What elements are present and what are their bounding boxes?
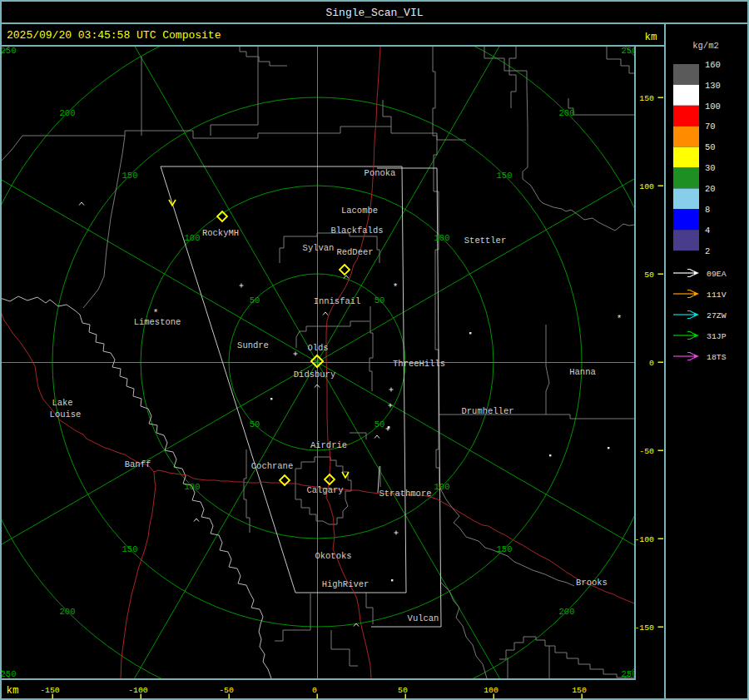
svg-text:150: 150 xyxy=(639,94,654,103)
svg-text:50: 50 xyxy=(644,271,654,280)
svg-text:09EA: 09EA xyxy=(707,270,727,279)
svg-text:Lacombe: Lacombe xyxy=(341,206,378,216)
svg-text:HighRiver: HighRiver xyxy=(322,579,370,589)
svg-text:100: 100 xyxy=(434,482,450,492)
svg-text:Innisfail: Innisfail xyxy=(314,296,361,306)
svg-text:*: * xyxy=(617,314,623,324)
svg-text:4: 4 xyxy=(705,226,710,236)
svg-text:km: km xyxy=(6,685,18,697)
svg-text:200: 200 xyxy=(60,108,76,118)
svg-text:50: 50 xyxy=(398,686,408,695)
svg-text:100: 100 xyxy=(484,686,499,695)
svg-text:Single_Scan_VIL: Single_Scan_VIL xyxy=(325,7,423,19)
svg-text:150: 150 xyxy=(122,171,138,181)
svg-text:Lake: Lake xyxy=(52,398,72,408)
svg-text:8: 8 xyxy=(705,205,710,215)
svg-text:2: 2 xyxy=(705,246,710,256)
svg-text:150: 150 xyxy=(122,544,138,554)
svg-text:*: * xyxy=(393,282,399,292)
svg-text:-50: -50 xyxy=(639,447,654,456)
svg-text:200: 200 xyxy=(559,108,575,118)
svg-text:RockyMH: RockyMH xyxy=(202,228,239,238)
svg-text:150: 150 xyxy=(497,171,513,181)
svg-text:2025/09/20 03:45:58 UTC Compos: 2025/09/20 03:45:58 UTC Composite xyxy=(7,29,221,42)
svg-text:130: 130 xyxy=(705,81,721,91)
svg-text:-100: -100 xyxy=(128,686,148,695)
svg-text:-50: -50 xyxy=(219,686,234,695)
svg-text:18TS: 18TS xyxy=(707,353,727,362)
svg-text:100: 100 xyxy=(639,182,654,191)
svg-text:km: km xyxy=(644,32,657,43)
svg-text:Banff: Banff xyxy=(125,459,151,469)
svg-text:Hanna: Hanna xyxy=(569,367,596,377)
svg-text:Stettler: Stettler xyxy=(464,236,506,246)
svg-text:50: 50 xyxy=(250,420,260,429)
svg-text:150: 150 xyxy=(497,544,513,554)
svg-text:50: 50 xyxy=(374,295,385,305)
svg-text:Ponoka: Ponoka xyxy=(365,168,396,178)
svg-text:Olds: Olds xyxy=(307,343,328,353)
svg-text:Okotoks: Okotoks xyxy=(315,551,351,561)
svg-text:kg/m2: kg/m2 xyxy=(692,41,719,51)
svg-text:160: 160 xyxy=(705,60,721,70)
svg-text:31JP: 31JP xyxy=(707,332,727,341)
svg-text:200: 200 xyxy=(559,607,575,617)
svg-text:-150: -150 xyxy=(40,686,60,695)
svg-text:Brooks: Brooks xyxy=(576,578,608,588)
svg-text:Sylvan: Sylvan xyxy=(303,243,335,253)
svg-text:0: 0 xyxy=(312,686,317,695)
svg-text:100: 100 xyxy=(185,233,201,243)
svg-text:150: 150 xyxy=(572,686,587,695)
svg-text:Airdrie: Airdrie xyxy=(310,440,347,450)
svg-text:100: 100 xyxy=(705,102,721,112)
svg-text:50: 50 xyxy=(705,142,716,152)
svg-text:Louise: Louise xyxy=(50,410,82,420)
svg-text:50: 50 xyxy=(250,295,260,305)
svg-text:Limestone: Limestone xyxy=(134,317,181,327)
svg-text:50: 50 xyxy=(374,420,385,429)
svg-text:Didsbury: Didsbury xyxy=(294,370,335,380)
svg-text:Drumheller: Drumheller xyxy=(461,406,513,416)
svg-text:ThreeHills: ThreeHills xyxy=(393,359,445,369)
svg-text:0: 0 xyxy=(649,359,654,368)
svg-text:200: 200 xyxy=(60,607,76,617)
svg-text:27ZW: 27ZW xyxy=(707,311,727,320)
svg-text:100: 100 xyxy=(434,233,450,243)
svg-text:20: 20 xyxy=(705,184,716,194)
svg-text:250: 250 xyxy=(1,669,17,679)
svg-text:250: 250 xyxy=(1,46,17,56)
svg-text:-100: -100 xyxy=(634,535,654,544)
svg-text:100: 100 xyxy=(185,482,201,492)
svg-text:Strathmore: Strathmore xyxy=(379,489,431,499)
svg-text:Calgary: Calgary xyxy=(306,485,343,495)
svg-text:Sundre: Sundre xyxy=(237,340,269,350)
svg-text:70: 70 xyxy=(705,122,716,132)
svg-text:RedDeer: RedDeer xyxy=(336,247,373,257)
svg-text:Blackfalds: Blackfalds xyxy=(330,226,383,236)
svg-text:Cochrane: Cochrane xyxy=(251,461,293,471)
svg-text:30: 30 xyxy=(705,163,716,173)
svg-text:Vulcan: Vulcan xyxy=(408,613,439,623)
svg-text:111V: 111V xyxy=(707,290,727,300)
svg-text:*: * xyxy=(153,308,159,318)
svg-text:-150: -150 xyxy=(634,623,654,633)
